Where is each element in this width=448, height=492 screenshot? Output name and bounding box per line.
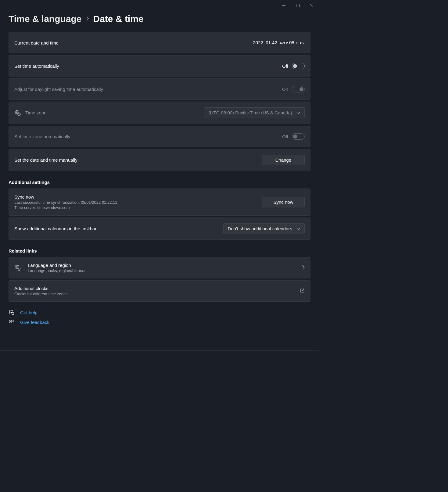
change-button[interactable]: Change (262, 155, 305, 165)
chevron-right-icon (302, 265, 305, 271)
minimize-button[interactable] (277, 0, 291, 11)
dst-auto-row: Adjust for daylight saving time automati… (9, 78, 310, 100)
set-tz-auto-control: Off (282, 133, 305, 140)
set-manual-label: Set the date and time manually (14, 157, 262, 163)
set-manual-row: Set the date and time manually Change (9, 149, 310, 171)
dst-auto-control: On (282, 86, 305, 92)
additional-clocks-link[interactable]: Additional clocks Clocks for different t… (9, 280, 310, 302)
current-datetime-label: Current date and time (14, 40, 253, 45)
maximize-button[interactable] (291, 0, 305, 11)
set-tz-auto-label: Set time zone automatically (14, 134, 282, 139)
dst-auto-label: Adjust for daylight saving time automati… (14, 87, 282, 92)
breadcrumb-parent[interactable]: Time & language (9, 14, 82, 24)
settings-window: Time & language Date & time Current date… (0, 0, 319, 350)
breadcrumb: Time & language Date & time (9, 14, 310, 24)
globe-clock-icon (14, 110, 25, 116)
language-region-link[interactable]: Language and region Language packs, regi… (9, 257, 310, 278)
time-zone-value: (UTC-08:00) Pacific Time (US & Canada) (209, 110, 292, 115)
calendars-dropdown[interactable]: Don't show additional calendars (223, 223, 305, 234)
calendars-label: Show additional calendars in the taskbar (14, 226, 223, 231)
close-button[interactable] (305, 0, 319, 11)
time-zone-dropdown: (UTC-08:00) Pacific Time (US & Canada) (204, 107, 305, 118)
open-external-icon (300, 288, 305, 294)
globe-language-icon (14, 264, 28, 271)
sync-now-row: Sync now Last successful time synchroniz… (9, 189, 310, 216)
related-links-heading: Related links (9, 248, 310, 253)
calendars-value: Don't show additional calendars (228, 226, 292, 231)
time-zone-label: Time zone (25, 110, 204, 115)
sync-last-success: Last successful time synchronization: 08… (14, 200, 262, 205)
set-time-auto-row: Set time automatically Off (9, 55, 310, 77)
svg-rect-1 (296, 4, 299, 7)
calendars-row: Show additional calendars in the taskbar… (9, 217, 310, 240)
additional-clocks-title: Additional clocks (14, 286, 300, 291)
svg-point-9 (9, 320, 11, 321)
sync-now-title: Sync now (14, 194, 262, 199)
sync-now-button[interactable]: Sync now (262, 197, 305, 207)
additional-settings-heading: Additional settings (9, 180, 310, 185)
give-feedback-text: Give feedback (20, 320, 49, 325)
chevron-down-icon (296, 226, 300, 231)
set-time-auto-toggle[interactable] (292, 63, 305, 69)
give-feedback-link[interactable]: Give feedback (9, 319, 310, 325)
set-time-auto-control: Off (282, 63, 305, 69)
feedback-icon (9, 319, 15, 325)
set-tz-auto-state: Off (282, 134, 288, 139)
current-datetime-row: Current date and time שבת 08 ינואר 01:42… (9, 32, 310, 53)
sync-time-server: Time server: time.windows.com (14, 205, 262, 210)
page-title: Date & time (93, 14, 144, 24)
chevron-right-icon (86, 16, 89, 22)
get-help-text: Get help (20, 310, 38, 315)
svg-point-8 (13, 314, 13, 314)
additional-clocks-info: Additional clocks Clocks for different t… (14, 286, 300, 296)
help-links: Get help Give feedback (9, 310, 310, 325)
get-help-link[interactable]: Get help (9, 310, 310, 315)
time-zone-row: Time zone (UTC-08:00) Pacific Time (US &… (9, 102, 310, 124)
current-datetime-value: שבת 08 ינואר 01:42, 2022 (253, 40, 305, 45)
sync-now-info: Sync now Last successful time synchroniz… (14, 194, 262, 210)
dst-auto-toggle (292, 86, 305, 92)
additional-clocks-sub: Clocks for different time zones (14, 292, 300, 296)
set-time-auto-state: Off (282, 63, 288, 69)
content-area: Time & language Date & time Current date… (0, 11, 319, 350)
chevron-down-icon (296, 110, 300, 115)
set-time-auto-label: Set time automatically (14, 63, 282, 69)
language-region-title: Language and region (28, 263, 302, 268)
language-region-info: Language and region Language packs, regi… (28, 263, 302, 273)
set-tz-auto-toggle (292, 133, 305, 140)
titlebar (0, 0, 319, 11)
dst-auto-state: On (282, 87, 288, 92)
set-tz-auto-row: Set time zone automatically Off (9, 126, 310, 147)
help-icon (9, 310, 15, 315)
language-region-sub: Language packs, regional format (28, 268, 302, 273)
